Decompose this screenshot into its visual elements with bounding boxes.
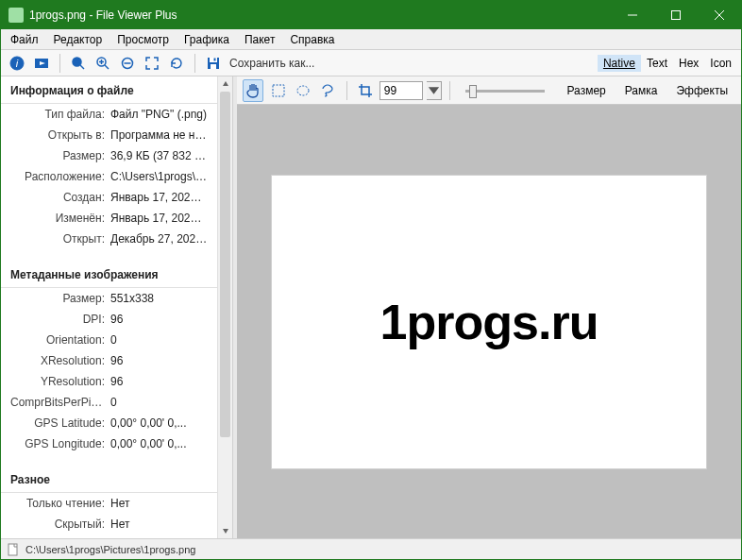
- kv-file-type: Тип файла:Файл "PNG" (.png): [1, 104, 217, 125]
- svg-marker-25: [429, 87, 439, 94]
- kv-cbpp: ComprBitsPerPixel:0: [1, 392, 217, 413]
- svg-rect-20: [214, 58, 216, 60]
- sidebar-content: Информация о файле Тип файла:Файл "PNG" …: [1, 76, 232, 538]
- section-file-info: Информация о файле: [1, 76, 217, 104]
- menu-batch[interactable]: Пакет: [237, 29, 282, 49]
- viewer-pane: Размер Рамка Эффекты 1progs.ru: [237, 76, 741, 538]
- kv-readonly: Только чтение:Нет: [1, 493, 217, 514]
- svg-line-12: [105, 65, 109, 69]
- main-toolbar: i Сохранить как... Native Text Hex Icon: [1, 50, 741, 76]
- zoom-input[interactable]: [379, 81, 423, 100]
- size-button[interactable]: Размер: [560, 82, 614, 99]
- displayed-image: 1progs.ru: [272, 176, 706, 468]
- minimize-button[interactable]: [611, 1, 654, 29]
- slider-thumb[interactable]: [469, 85, 477, 98]
- svg-rect-1: [672, 11, 681, 20]
- scroll-thumb[interactable]: [220, 92, 230, 437]
- kv-location: Расположение:C:\Users\1progs\Pictu...: [1, 166, 217, 187]
- kv-gps-lat: GPS Latitude:0,00° 0,00' 0,...: [1, 413, 217, 433]
- svg-point-24: [297, 86, 309, 95]
- status-path: C:\Users\1progs\Pictures\1progs.png: [25, 544, 195, 555]
- kv-orientation: Orientation:0: [1, 330, 217, 350]
- image-content-text: 1progs.ru: [380, 294, 599, 350]
- viewmode-hex[interactable]: Hex: [673, 55, 704, 72]
- kv-modified: Изменён:Январь 17, 2022 4:26: [1, 208, 217, 229]
- menu-bar: Файл Редактор Просмотр Графика Пакет Спр…: [1, 29, 741, 50]
- kv-size: Размер:36,9 КБ (37 832 bytes): [1, 145, 217, 166]
- toolbar-separator: [194, 54, 195, 73]
- close-button[interactable]: [698, 1, 741, 29]
- svg-rect-23: [273, 85, 284, 96]
- svg-rect-19: [211, 64, 216, 69]
- app-icon: [8, 8, 24, 23]
- scroll-up-button[interactable]: [218, 76, 232, 92]
- menu-view[interactable]: Просмотр: [110, 29, 177, 49]
- crop-button[interactable]: [354, 79, 375, 102]
- slider-track: [465, 90, 545, 93]
- kv-yres: YResolution:96: [1, 371, 217, 392]
- toolbar-separator: [59, 54, 60, 73]
- viewer-separator: [346, 81, 347, 100]
- svg-marker-22: [223, 529, 228, 534]
- app-window: 1progs.png - File Viewer Plus Файл Редак…: [0, 0, 742, 560]
- kv-dimensions: Размер:551x338: [1, 288, 217, 309]
- kv-xres: XResolution:96: [1, 350, 217, 371]
- title-bar: 1progs.png - File Viewer Plus: [1, 1, 741, 29]
- rect-select-button[interactable]: [267, 79, 288, 102]
- viewmode-text[interactable]: Text: [641, 55, 673, 72]
- section-misc: Разное: [1, 466, 217, 493]
- ellipse-select-button[interactable]: [293, 79, 313, 102]
- menu-editor[interactable]: Редактор: [46, 29, 110, 49]
- zoom-fit-button[interactable]: [116, 52, 139, 75]
- frame-button[interactable]: Рамка: [617, 82, 666, 99]
- save-as-button[interactable]: Сохранить как...: [229, 57, 314, 70]
- zoom-in-button[interactable]: [92, 52, 114, 75]
- svg-rect-26: [8, 544, 17, 555]
- svg-rect-18: [210, 58, 217, 62]
- menu-file[interactable]: Файл: [3, 29, 46, 49]
- image-canvas[interactable]: 1progs.ru: [237, 105, 741, 538]
- menu-graphics[interactable]: Графика: [177, 29, 237, 49]
- scroll-track[interactable]: [218, 92, 232, 523]
- zoom-out-button[interactable]: [67, 52, 90, 75]
- sidebar: < Информация о файле Тип файла:Файл "PNG…: [1, 76, 233, 538]
- lasso-select-button[interactable]: [317, 79, 338, 102]
- maximize-button[interactable]: [654, 1, 698, 29]
- kv-dpi: DPI:96: [1, 309, 217, 330]
- save-icon[interactable]: [202, 52, 225, 75]
- viewmode-native[interactable]: Native: [598, 55, 641, 72]
- effects-button[interactable]: Эффекты: [668, 82, 735, 99]
- fullscreen-button[interactable]: [141, 52, 163, 75]
- open-button[interactable]: [30, 52, 53, 75]
- pan-tool-button[interactable]: [243, 79, 263, 102]
- svg-line-9: [80, 65, 84, 69]
- status-bar: C:\Users\1progs\Pictures\1progs.png: [1, 538, 741, 559]
- viewer-separator: [449, 81, 450, 100]
- window-title: 1progs.png - File Viewer Plus: [29, 8, 177, 22]
- body: < Информация о файле Тип файла:Файл "PNG…: [1, 76, 741, 538]
- kv-created: Создан:Январь 17, 2022 4:26: [1, 187, 217, 208]
- kv-hidden: Скрытый:Нет: [1, 514, 217, 535]
- kv-open-with: Открыть в:Программа не найдена: [1, 125, 217, 145]
- menu-help[interactable]: Справка: [282, 29, 342, 49]
- kv-opened: Открыт:Декабрь 27, 2022 6:47: [1, 229, 217, 249]
- kv-gps-lon: GPS Longitude:0,00° 0,00' 0,...: [1, 433, 217, 454]
- scroll-down-button[interactable]: [218, 523, 232, 538]
- svg-marker-21: [223, 81, 228, 86]
- file-icon: [7, 543, 20, 556]
- zoom-dropdown-button[interactable]: [427, 81, 442, 100]
- viewer-toolbar: Размер Рамка Эффекты: [237, 76, 741, 105]
- section-image-meta: Метаданные изображения: [1, 261, 217, 288]
- zoom-slider[interactable]: [465, 82, 545, 99]
- kv-system: Системный:Нет: [1, 535, 217, 538]
- sidebar-scrollbar[interactable]: [217, 76, 232, 538]
- viewmode-icon[interactable]: Icon: [704, 55, 737, 72]
- refresh-button[interactable]: [165, 52, 188, 75]
- info-button[interactable]: i: [6, 52, 28, 75]
